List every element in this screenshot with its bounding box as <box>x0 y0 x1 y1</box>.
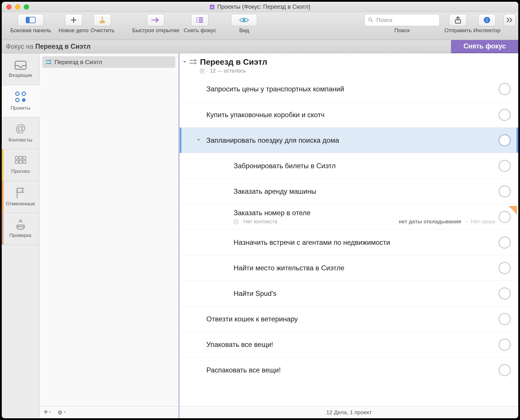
svg-point-10 <box>369 18 372 21</box>
gear-menu-button[interactable] <box>57 410 66 415</box>
task-list: Запросить цены у транспортных компанийКу… <box>180 76 518 391</box>
toolbar-overflow-button[interactable] <box>504 14 515 26</box>
svg-text:i: i <box>486 17 488 23</box>
status-circle[interactable] <box>499 287 511 300</box>
disclosure-triangle-icon[interactable] <box>197 137 201 143</box>
task-meta: · Нет контекстанет даты откладывания→Нет… <box>234 219 495 225</box>
status-circle[interactable] <box>499 364 511 376</box>
inbox-icon <box>14 60 27 70</box>
new-action-button[interactable]: Новое дело <box>59 14 88 34</box>
svg-point-9 <box>243 19 246 21</box>
svg-rect-24 <box>19 160 22 163</box>
task-row[interactable]: Назначить встречи с агентами по недвижим… <box>180 229 518 255</box>
window-controls <box>6 4 29 10</box>
status-circle[interactable] <box>499 134 511 146</box>
svg-rect-0 <box>210 5 214 9</box>
project-meta: · 12 — осталось <box>200 68 267 74</box>
svg-point-15 <box>16 92 19 95</box>
disclosure-triangle-icon[interactable] <box>183 60 187 64</box>
view-button[interactable]: Вид <box>231 14 257 34</box>
task-title: Заказать номер в отеле <box>234 209 495 217</box>
task-title: Найти Spud's <box>234 289 495 298</box>
status-circle[interactable] <box>499 262 511 274</box>
forecast-icon <box>15 156 26 166</box>
content: Переезд в Сиэтл · 12 — осталось Запросит… <box>179 53 518 418</box>
svg-rect-23 <box>15 160 18 163</box>
tab-forecast[interactable]: Прогноз <box>2 149 39 181</box>
tab-inbox[interactable]: Входящие <box>2 53 39 85</box>
zoom-window-button[interactable] <box>24 4 29 10</box>
task-title: Забронировать билеты в Сиэтл <box>234 162 495 170</box>
close-window-button[interactable] <box>6 4 12 10</box>
svg-rect-2 <box>26 17 30 23</box>
task-title: Назначить встречи с агентами по недвижим… <box>234 238 495 247</box>
review-icon <box>14 219 27 230</box>
tab-accent <box>2 149 3 181</box>
main-body: Входящие Проекты @ Контексты Прогноз Отм… <box>2 53 518 418</box>
task-title: Запланировать поездку для поиска дома <box>206 136 495 144</box>
chevron-double-right-icon <box>506 17 513 23</box>
status-circle[interactable] <box>499 236 511 249</box>
project-list: Переезд в Сиэтл <box>39 53 178 406</box>
status-circle[interactable] <box>499 313 511 325</box>
add-menu-button[interactable] <box>43 410 51 415</box>
svg-point-5 <box>196 19 197 21</box>
task-row[interactable]: Заказать номер в отеле· Нет контекстанет… <box>180 204 518 229</box>
task-title: Распаковать все вещи! <box>206 366 495 374</box>
task-title: Купить упаковочные коробки и скотч <box>206 111 495 119</box>
tab-review[interactable]: Проверка <box>2 213 39 245</box>
tab-accent <box>2 213 3 245</box>
status-circle[interactable] <box>499 185 511 198</box>
minimize-window-button[interactable] <box>15 4 20 10</box>
task-title: Запросить цены у транспортных компаний <box>206 85 495 93</box>
status-circle[interactable] <box>499 83 511 95</box>
task-row[interactable]: Найти место жительства в Сиэтле <box>180 255 518 280</box>
contexts-icon: @ <box>14 123 27 135</box>
task-title: Найти место жительства в Сиэтле <box>234 264 495 272</box>
search-group: Поиск Поиск <box>361 14 443 34</box>
parallel-project-icon <box>190 59 197 65</box>
note-icon <box>234 220 238 224</box>
svg-rect-4 <box>199 17 203 19</box>
status-circle[interactable] <box>499 211 511 223</box>
tab-contexts[interactable]: @ Контексты <box>2 117 39 149</box>
unfocus-toolbar-button[interactable]: Снять фокус <box>183 14 216 34</box>
status-circle[interactable] <box>499 160 511 172</box>
task-row[interactable]: Отвезти кошек к ветеринару <box>180 306 518 332</box>
toggle-sidebar-button[interactable]: Боковая панель <box>5 14 57 34</box>
task-row[interactable]: Заказать аренду машины <box>180 178 518 204</box>
task-row[interactable]: Упаковать все вещи! <box>180 332 518 357</box>
info-icon: i <box>483 16 491 24</box>
svg-rect-21 <box>19 156 22 159</box>
content-scroll[interactable]: Переезд в Сиэтл · 12 — осталось Запросит… <box>180 53 518 406</box>
task-row[interactable]: Запросить цены у транспортных компаний <box>180 76 518 102</box>
focus-bar: Фокус на Переезд в Сиэтл Снять фокус <box>2 40 518 53</box>
share-button[interactable]: Отправить <box>444 14 472 34</box>
broom-icon <box>99 16 106 24</box>
unfocus-button[interactable]: Снять фокус <box>451 40 518 53</box>
task-row[interactable]: Запланировать поездку для поиска дома <box>180 127 518 153</box>
parallel-project-icon <box>46 59 52 65</box>
share-icon <box>454 16 461 24</box>
search-input[interactable]: Поиск <box>364 14 440 26</box>
task-row[interactable]: Забронировать билеты в Сиэтл <box>180 153 518 178</box>
svg-point-7 <box>196 21 197 23</box>
task-row[interactable]: Найти Spud's <box>180 280 518 306</box>
status-circle[interactable] <box>499 338 511 351</box>
project-title: Переезд в Сиэтл <box>200 57 267 67</box>
task-row[interactable]: Распаковать все вещи! <box>180 357 518 383</box>
project-item[interactable]: Переезд в Сиэтл <box>42 56 175 68</box>
titlebar: Проекты (Фокус: Переезд в Сиэтл) <box>2 2 518 12</box>
project-item-label: Переезд в Сиэтл <box>54 59 102 66</box>
search-icon <box>368 17 373 23</box>
cleanup-button[interactable]: Очистить <box>90 14 114 34</box>
tab-flagged[interactable]: Отмеченные <box>2 181 39 213</box>
tab-projects[interactable]: Проекты <box>2 85 39 117</box>
svg-rect-22 <box>23 156 26 159</box>
svg-rect-6 <box>199 19 203 21</box>
quick-open-button[interactable]: Быстрое открытие <box>130 14 182 34</box>
status-circle[interactable] <box>499 109 511 121</box>
plus-icon <box>70 17 77 23</box>
task-row[interactable]: Купить упаковочные коробки и скотч <box>180 102 518 127</box>
inspector-button[interactable]: i Инспектор <box>473 14 500 34</box>
